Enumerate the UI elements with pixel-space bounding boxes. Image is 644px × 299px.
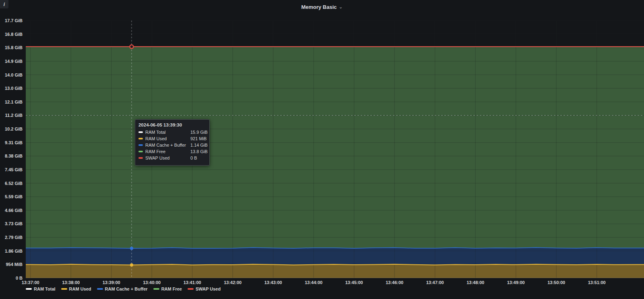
panel-title[interactable]: Memory Basic xyxy=(301,4,336,10)
x-axis-label: 13:46:00 xyxy=(376,280,413,285)
x-axis-label: 13:43:00 xyxy=(255,280,291,285)
tooltip-series-label: RAM Used xyxy=(145,136,190,141)
legend-item-ram-used[interactable]: RAM Used xyxy=(61,287,91,291)
tooltip-series-label: RAM Cache + Buffer xyxy=(145,143,190,147)
tooltip-series-value: 1.14 GiB xyxy=(190,143,208,147)
tooltip-series-label: RAM Free xyxy=(145,149,190,154)
legend-label: RAM Free xyxy=(161,287,182,291)
legend-item-ram-cache-buffer[interactable]: RAM Cache + Buffer xyxy=(97,287,148,291)
y-axis-label: 3.73 GiB xyxy=(0,221,23,226)
tooltip-series-label: RAM Total xyxy=(145,130,190,135)
panel-info-icon[interactable]: i xyxy=(0,0,8,8)
tooltip-series-swatch-icon xyxy=(138,157,143,159)
x-axis-label: 13:47:00 xyxy=(417,280,453,285)
series-area-ram-free xyxy=(26,47,644,249)
tooltip-series-value: 13.8 GiB xyxy=(190,149,208,154)
x-axis-label: 13:42:00 xyxy=(215,280,251,285)
x-axis-label: 13:40:00 xyxy=(134,280,170,285)
series-area-ram-cache-buffer xyxy=(26,247,644,265)
tooltip-series-label: SWAP Used xyxy=(145,156,190,160)
legend-swatch-icon xyxy=(97,288,103,290)
y-axis-label: 6.52 GiB xyxy=(0,181,23,186)
y-axis-label: 954 MiB xyxy=(0,262,23,267)
tooltip-series-value: 0 B xyxy=(190,156,197,160)
y-axis-label: 1.86 GiB xyxy=(0,249,23,253)
x-axis-label: 13:50:00 xyxy=(538,280,574,285)
y-axis-label: 2.79 GiB xyxy=(0,235,23,240)
y-axis-label: 13.0 GiB xyxy=(0,86,23,91)
x-axis-label: 13:51:00 xyxy=(579,280,615,285)
y-axis-label: 12.1 GiB xyxy=(0,100,23,104)
legend-label: SWAP Used xyxy=(196,287,221,291)
y-axis-label: 8.38 GiB xyxy=(0,154,23,158)
y-axis-label: 17.7 GiB xyxy=(0,18,23,23)
hover-point-ring xyxy=(130,45,133,48)
chevron-down-icon: ⌄ xyxy=(339,5,343,9)
chart-plot-area[interactable] xyxy=(26,21,644,278)
x-axis-label: 13:44:00 xyxy=(295,280,332,285)
y-axis-label: 10.2 GiB xyxy=(0,127,23,131)
hover-point-dot xyxy=(130,263,133,266)
tooltip-series-swatch-icon xyxy=(138,138,143,139)
y-axis-label: 11.2 GiB xyxy=(0,113,23,118)
y-axis-label: 16.8 GiB xyxy=(0,32,23,37)
legend-swatch-icon xyxy=(188,288,194,290)
chart-legend: RAM TotalRAM UsedRAM Cache + BufferRAM F… xyxy=(26,287,226,291)
y-axis-label: 7.45 GiB xyxy=(0,167,23,172)
tooltip-series-value: 15.9 GiB xyxy=(190,130,208,135)
x-axis-label: 13:49:00 xyxy=(498,280,534,285)
legend-label: RAM Used xyxy=(69,287,91,291)
tooltip-rows: RAM Total15.9 GiBRAM Used921 MiBRAM Cach… xyxy=(138,130,206,160)
tooltip-timestamp: 2024-06-05 13:39:30 xyxy=(138,123,206,127)
x-axis-label: 13:41:00 xyxy=(174,280,211,285)
legend-swatch-icon xyxy=(153,288,159,290)
y-axis-label: 9.31 GiB xyxy=(0,140,23,145)
x-axis-label: 13:39:00 xyxy=(93,280,130,285)
tooltip-series-swatch-icon xyxy=(138,131,143,133)
tooltip-row: RAM Total15.9 GiB xyxy=(138,130,206,135)
x-axis-label: 13:45:00 xyxy=(336,280,372,285)
legend-item-ram-total[interactable]: RAM Total xyxy=(26,287,56,291)
y-axis-label: 15.8 GiB xyxy=(0,45,23,50)
hover-point-dot xyxy=(130,247,133,250)
series-area-ram-used xyxy=(26,264,644,278)
memory-basic-panel: i Memory Basic ⌄ 17.7 GiB16.8 GiB15.8 Gi… xyxy=(0,0,644,299)
x-axis-label: 13:48:00 xyxy=(457,280,493,285)
legend-label: RAM Cache + Buffer xyxy=(105,287,148,291)
chart-tooltip: 2024-06-05 13:39:30 RAM Total15.9 GiBRAM… xyxy=(135,119,210,166)
y-axis-label: 4.66 GiB xyxy=(0,208,23,213)
legend-swatch-icon xyxy=(61,288,67,290)
x-axis-label: 13:37:00 xyxy=(12,280,49,285)
tooltip-row: RAM Free13.8 GiB xyxy=(138,149,206,154)
y-axis-label: 14.0 GiB xyxy=(0,73,23,77)
tooltip-series-swatch-icon xyxy=(138,144,143,146)
y-axis-label: 5.59 GiB xyxy=(0,194,23,199)
tooltip-row: SWAP Used0 B xyxy=(138,156,206,160)
tooltip-row: RAM Used921 MiB xyxy=(138,136,206,141)
legend-label: RAM Total xyxy=(34,287,56,291)
panel-header[interactable]: Memory Basic ⌄ xyxy=(0,0,644,14)
tooltip-row: RAM Cache + Buffer1.14 GiB xyxy=(138,143,206,147)
legend-item-swap-used[interactable]: SWAP Used xyxy=(188,287,221,291)
tooltip-series-value: 921 MiB xyxy=(190,136,206,141)
x-axis-label: 13:38:00 xyxy=(53,280,89,285)
y-axis-label: 14.9 GiB xyxy=(0,59,23,64)
legend-swatch-icon xyxy=(26,288,32,290)
tooltip-series-swatch-icon xyxy=(138,151,143,152)
legend-item-ram-free[interactable]: RAM Free xyxy=(153,287,182,291)
